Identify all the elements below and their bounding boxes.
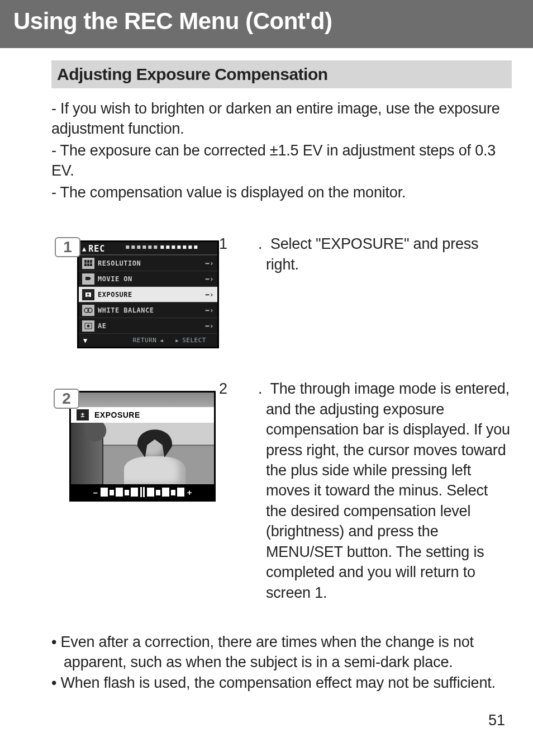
intro-line: - If you wish to brighten or darken an e… <box>51 98 512 139</box>
triangle-right-icon: ▶ <box>175 338 179 343</box>
svg-rect-15 <box>90 260 92 263</box>
svg-rect-11 <box>189 245 192 249</box>
figure-2-column: 2 ± EXPOSURE <box>51 379 222 603</box>
figure-2-wrap: 2 ± EXPOSURE <box>48 391 222 502</box>
footer-select-label: SELECT <box>182 337 206 344</box>
svg-rect-9 <box>178 245 181 249</box>
caret-down-icon: ▼ <box>79 337 88 344</box>
camera-preview-screenshot: ± EXPOSURE – <box>69 391 216 502</box>
svg-rect-3 <box>143 245 146 249</box>
chevron-right-icon: ⋯› <box>206 322 214 330</box>
intro-block: - If you wish to brighten or darken an e… <box>51 98 512 202</box>
menu-item-resolution[interactable]: RESOLUTION ⋯› <box>79 255 217 271</box>
footer-return-label: RETURN <box>133 337 157 344</box>
step-1-badge: 1 <box>55 237 80 257</box>
menu-label: MOVIE ON <box>98 275 206 283</box>
figure-1-wrap: 1 ▲ REC <box>51 240 222 348</box>
preview-tree <box>71 423 103 484</box>
triangle-left-icon: ◀ <box>160 338 163 343</box>
svg-rect-7 <box>166 245 170 249</box>
intro-line: - The compensation value is displayed on… <box>51 182 512 202</box>
svg-rect-17 <box>87 263 89 266</box>
svg-rect-4 <box>149 245 152 249</box>
svg-rect-2 <box>137 245 141 249</box>
minus-icon: – <box>91 488 99 497</box>
svg-text:±: ± <box>87 292 89 297</box>
step-1-text-column: 1. Select "EXPOSURE" and press right. <box>242 234 512 366</box>
preview-sky <box>71 393 214 407</box>
rec-label: REC <box>88 244 105 254</box>
figure-1-column: 1 ▲ REC <box>51 234 222 366</box>
step-2-text: 2. The through image mode is entered, an… <box>242 379 512 603</box>
preview-title: EXPOSURE <box>94 410 140 419</box>
note-line: • When flash is used, the compensation e… <box>51 673 512 693</box>
section-header-bar: Adjusting Exposure Compensation <box>51 60 512 88</box>
step-1-row: 1 ▲ REC <box>51 234 512 366</box>
menu-item-ae[interactable]: AE ⋯› <box>79 318 217 333</box>
page-header: Using the REC Menu (Cont'd) <box>0 0 533 48</box>
comp-minus-ticks <box>101 488 138 497</box>
step-2-badge: 2 <box>54 389 79 409</box>
exposure-comp-bar[interactable]: – + <box>71 484 214 500</box>
menu-label: AE <box>98 322 206 330</box>
svg-rect-14 <box>87 260 89 263</box>
note-line: • Even after a correction, there are tim… <box>51 632 512 673</box>
content-area: Adjusting Exposure Compensation - If you… <box>0 48 533 693</box>
notes-block: • Even after a correction, there are tim… <box>51 632 512 693</box>
intro-line: - The exposure can be corrected ±1.5 EV … <box>51 140 512 181</box>
resolution-icon <box>82 258 94 269</box>
svg-rect-8 <box>172 245 175 249</box>
menu-item-white-balance[interactable]: WHITE BALANCE ⋯› <box>79 302 217 318</box>
ae-icon <box>82 320 94 332</box>
exposure-icon: ± <box>82 289 94 300</box>
menu-tab-dots <box>108 242 217 254</box>
step-2-row: 2 ± EXPOSURE <box>51 379 512 603</box>
svg-rect-0 <box>126 245 130 249</box>
camera-menu-header: ▲ REC <box>79 242 217 255</box>
menu-label: RESOLUTION <box>98 259 206 267</box>
white-balance-icon <box>82 305 94 316</box>
svg-rect-13 <box>84 260 87 263</box>
svg-rect-10 <box>183 245 187 249</box>
camera-menu-screenshot: ▲ REC <box>77 240 219 348</box>
camera-menu-footer: ▼ RETURN ◀ ▶ SELECT <box>79 333 217 347</box>
menu-label: EXPOSURE <box>98 291 206 299</box>
comp-center-mark <box>139 487 146 497</box>
section-title: Adjusting Exposure Compensation <box>57 65 506 84</box>
plus-icon: + <box>185 488 194 497</box>
preview-title-row: ± EXPOSURE <box>71 407 214 423</box>
step-1-text: 1. Select "EXPOSURE" and press right. <box>242 234 512 275</box>
page-number: 51 <box>488 712 505 729</box>
manual-page: Using the REC Menu (Cont'd) Adjusting Ex… <box>0 0 533 756</box>
menu-item-movie[interactable]: MOVIE ON ⋯› <box>79 271 217 286</box>
svg-rect-16 <box>84 263 87 266</box>
chevron-right-icon: ⋯› <box>206 306 214 314</box>
svg-point-22 <box>88 308 92 313</box>
step-2-text-column: 2. The through image mode is entered, an… <box>242 379 512 603</box>
caret-up-icon: ▲ <box>82 245 86 253</box>
menu-label: WHITE BALANCE <box>98 306 206 314</box>
preview-photo <box>71 423 214 484</box>
svg-rect-1 <box>132 245 135 249</box>
comp-plus-ticks <box>147 488 184 497</box>
movie-icon <box>82 273 94 285</box>
svg-rect-6 <box>161 245 164 249</box>
chevron-right-icon: ⋯› <box>206 259 214 267</box>
svg-rect-5 <box>154 245 158 249</box>
svg-rect-12 <box>194 245 198 249</box>
preview-person <box>121 429 188 484</box>
svg-rect-18 <box>90 263 92 266</box>
svg-point-24 <box>87 324 90 327</box>
menu-item-exposure[interactable]: ± EXPOSURE ⋯› <box>79 286 217 302</box>
page-title: Using the REC Menu (Cont'd) <box>13 8 533 35</box>
chevron-right-icon: ⋯› <box>206 291 214 299</box>
exposure-icon: ± <box>77 409 89 420</box>
chevron-right-icon: ⋯› <box>206 275 214 283</box>
